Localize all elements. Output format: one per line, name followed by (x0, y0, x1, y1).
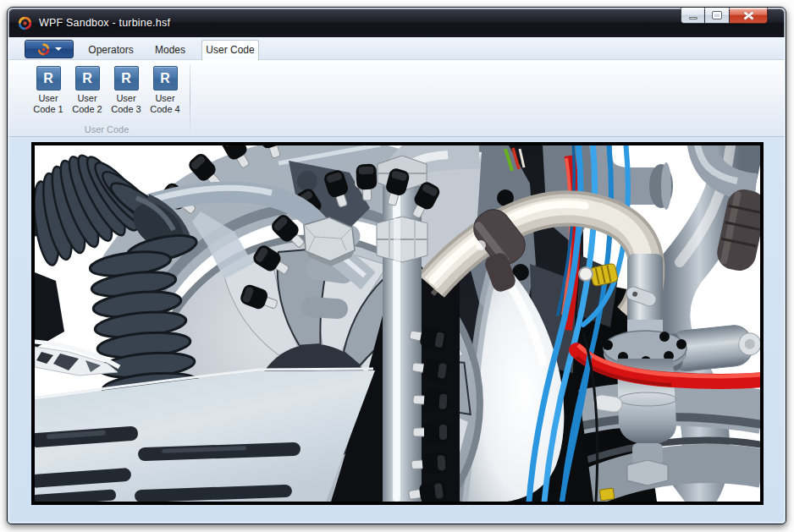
user-code-1-icon: R (36, 66, 61, 90)
ribbon-body: R UserCode 1 R UserCode 2 R UserCode 3 R… (8, 60, 785, 137)
user-code-4-button[interactable]: R UserCode 4 (146, 66, 185, 115)
ribbon-group-user-code: R UserCode 1 R UserCode 2 R UserCode 3 R… (29, 60, 185, 137)
app-menu-swirl-icon (37, 43, 50, 56)
titlebar[interactable]: WPF Sandbox - turbine.hsf (8, 8, 785, 37)
user-code-3-button[interactable]: R UserCode 3 (107, 66, 146, 115)
group-label: User Code (29, 124, 185, 134)
user-code-1-button[interactable]: R UserCode 1 (29, 66, 68, 115)
maximize-icon (713, 12, 721, 19)
minimize-button[interactable] (681, 8, 705, 24)
app-logo-icon (18, 16, 32, 30)
window-controls (681, 8, 768, 24)
user-code-2-icon: R (75, 66, 100, 90)
app-window: WPF Sandbox - turbine.hsf Operators Mod (7, 7, 786, 524)
window-title: WPF Sandbox - turbine.hsf (39, 17, 170, 29)
group-separator (190, 65, 190, 130)
application-menu-button[interactable] (25, 40, 74, 58)
tab-user-code[interactable]: User Code (201, 40, 259, 61)
ribbon-tab-row: Operators Modes User Code (8, 37, 785, 60)
maximize-button[interactable] (705, 8, 730, 24)
dropdown-caret-icon (55, 47, 62, 51)
turbine-render (35, 145, 760, 502)
user-code-4-icon: R (153, 66, 178, 90)
tab-modes[interactable]: Modes (146, 41, 195, 60)
3d-viewport[interactable] (31, 142, 764, 505)
close-icon (744, 12, 753, 19)
user-code-2-button[interactable]: R UserCode 2 (68, 66, 107, 115)
tab-operators[interactable]: Operators (83, 41, 139, 60)
user-code-3-icon: R (114, 66, 139, 90)
close-button[interactable] (730, 8, 768, 24)
minimize-icon (689, 17, 698, 19)
